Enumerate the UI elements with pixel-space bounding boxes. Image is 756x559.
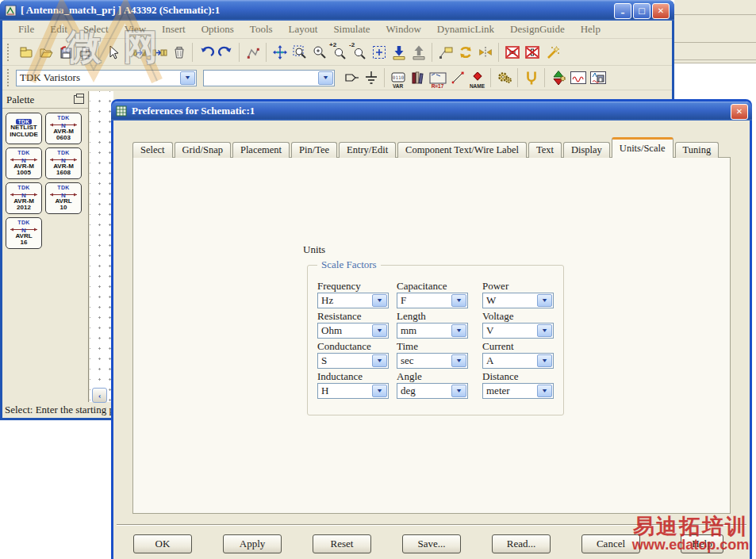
apply-button[interactable]: Apply [223, 534, 282, 553]
conductance-select[interactable]: S [317, 353, 389, 369]
menu-edit[interactable]: Edit [42, 23, 75, 36]
undo-icon[interactable] [196, 42, 216, 62]
tab-units-scale[interactable]: Units/Scale [612, 137, 673, 158]
select-arrow-icon[interactable] [102, 42, 122, 62]
short-component-icon[interactable] [522, 42, 542, 62]
dialog-title-bar[interactable]: Preferences for Schematic:1 [111, 101, 752, 121]
palette-item-avrl-16[interactable]: TDK N AVRL 16 [6, 217, 42, 249]
power-select[interactable]: W [482, 293, 554, 308]
minimize-button[interactable] [614, 3, 631, 19]
chevron-down-icon[interactable] [451, 385, 466, 397]
print-icon[interactable] [75, 42, 95, 62]
menu-window[interactable]: Window [378, 23, 429, 36]
save-design-icon[interactable] [56, 42, 75, 62]
chevron-down-icon[interactable] [372, 385, 387, 397]
help-button[interactable]: Help [681, 534, 723, 553]
mirror-component-icon[interactable] [475, 42, 495, 62]
resistance-select[interactable]: Ohm [317, 323, 389, 339]
delete-icon[interactable] [169, 42, 189, 62]
display-template-icon[interactable]: R=17 [428, 68, 447, 88]
toolbar-grip[interactable] [7, 44, 12, 61]
simulate-icon[interactable] [494, 68, 514, 88]
angle-select[interactable]: deg [397, 383, 468, 399]
menu-view[interactable]: View [117, 23, 154, 36]
close-button[interactable] [652, 3, 670, 19]
push-into-hierarchy-icon[interactable] [389, 42, 409, 62]
title-bar[interactable]: [ Antenna_match_prj ] A43392 (Schematic)… [0, 0, 674, 21]
tab-select[interactable]: Select [132, 142, 173, 158]
frequency-select[interactable]: Hz [317, 293, 389, 308]
chevron-down-icon[interactable] [372, 354, 387, 367]
menu-simulate[interactable]: Simulate [325, 23, 378, 36]
tab-tuning[interactable]: Tuning [675, 142, 720, 158]
palette-item-avr-m-0603[interactable]: TDK N AVR-M 0603 [45, 113, 82, 144]
deactivate-component-icon[interactable] [502, 42, 522, 62]
inductance-select[interactable]: H [317, 383, 389, 399]
float-palette-icon[interactable] [74, 95, 84, 104]
wire-label-icon[interactable] [436, 42, 455, 62]
chevron-down-icon[interactable] [537, 294, 552, 307]
chevron-down-icon[interactable] [537, 354, 552, 367]
ok-button[interactable]: OK [133, 534, 192, 553]
save-button[interactable]: Save... [402, 534, 461, 553]
component-next-icon[interactable] [149, 42, 169, 62]
menu-file[interactable]: File [10, 23, 42, 36]
insert-wire-icon[interactable] [447, 68, 467, 88]
insert-ground-icon[interactable] [361, 68, 381, 88]
tune-parameters-icon[interactable] [521, 68, 541, 88]
tab-placement[interactable]: Placement [232, 142, 290, 158]
zoom-area-icon[interactable] [290, 42, 309, 62]
chevron-down-icon[interactable] [180, 71, 195, 85]
wire-net-name-icon[interactable]: NAME [467, 68, 487, 88]
chevron-down-icon[interactable] [537, 385, 552, 397]
palette-item-avr-m-2012[interactable]: TDK N AVR-M 2012 [6, 182, 42, 214]
tab-component-text-wire-label[interactable]: Component Text/Wire Label [397, 142, 527, 158]
reset-button[interactable]: Reset [313, 534, 371, 553]
cancel-button[interactable]: Cancel [581, 534, 640, 553]
palette-item-avr-m-1608[interactable]: TDK N AVR-M 1608 [45, 147, 82, 179]
zoom-in-icon[interactable] [309, 42, 329, 62]
menu-designguide[interactable]: DesignGuide [502, 23, 573, 36]
palette-item-netlist-include[interactable]: TDK NETLIST INCLUDE [6, 113, 42, 144]
chevron-down-icon[interactable] [372, 324, 387, 337]
capacitance-select[interactable]: F [397, 293, 468, 308]
maximize-button[interactable] [633, 3, 650, 19]
component-history-select[interactable] [203, 70, 335, 86]
current-select[interactable]: A [482, 353, 554, 369]
chevron-down-icon[interactable] [372, 294, 387, 307]
move-wire-endpoint-icon[interactable] [243, 42, 263, 62]
tab-grid-snap[interactable]: Grid/Snap [175, 142, 231, 158]
insert-port-icon[interactable] [341, 68, 361, 88]
redo-icon[interactable] [216, 42, 236, 62]
palette-item-avrl-10[interactable]: TDK N AVRL 10 [45, 182, 82, 214]
scroll-left-icon[interactable] [92, 388, 107, 403]
open-design-icon[interactable] [36, 42, 56, 62]
menu-options[interactable]: Options [194, 23, 242, 36]
menu-select[interactable]: Select [75, 23, 117, 36]
menu-help[interactable]: Help [573, 23, 608, 36]
tab-display[interactable]: Display [563, 142, 610, 158]
menu-layout[interactable]: Layout [281, 23, 326, 36]
menu-tools[interactable]: Tools [242, 23, 281, 36]
length-select[interactable]: mm [397, 323, 468, 339]
read-button[interactable]: Read... [492, 534, 551, 553]
palette-select[interactable]: TDK Varistors [16, 70, 197, 86]
chevron-down-icon[interactable] [451, 324, 466, 337]
data-display-icon[interactable] [568, 68, 588, 88]
pop-out-hierarchy-icon[interactable] [409, 42, 428, 62]
zoom-out-x2-icon[interactable]: -2 [349, 42, 369, 62]
menu-insert[interactable]: Insert [154, 23, 194, 36]
zoom-in-x2-icon[interactable]: +2 [329, 42, 349, 62]
optimize-icon[interactable] [548, 68, 568, 88]
tab-pin-tee[interactable]: Pin/Tee [291, 142, 337, 158]
pan-move-icon[interactable] [270, 42, 290, 62]
component-prev-icon[interactable] [129, 42, 149, 62]
schematic-canvas[interactable] [90, 91, 113, 402]
palette-item-avr-m-1005[interactable]: TDK N AVR-M 1005 [6, 147, 42, 179]
chevron-down-icon[interactable] [451, 354, 466, 367]
dataset-save-icon[interactable] [588, 68, 608, 88]
voltage-select[interactable]: V [482, 323, 554, 339]
toolbar-grip[interactable] [7, 69, 12, 86]
new-design-icon[interactable] [16, 42, 36, 62]
chevron-down-icon[interactable] [318, 71, 333, 85]
